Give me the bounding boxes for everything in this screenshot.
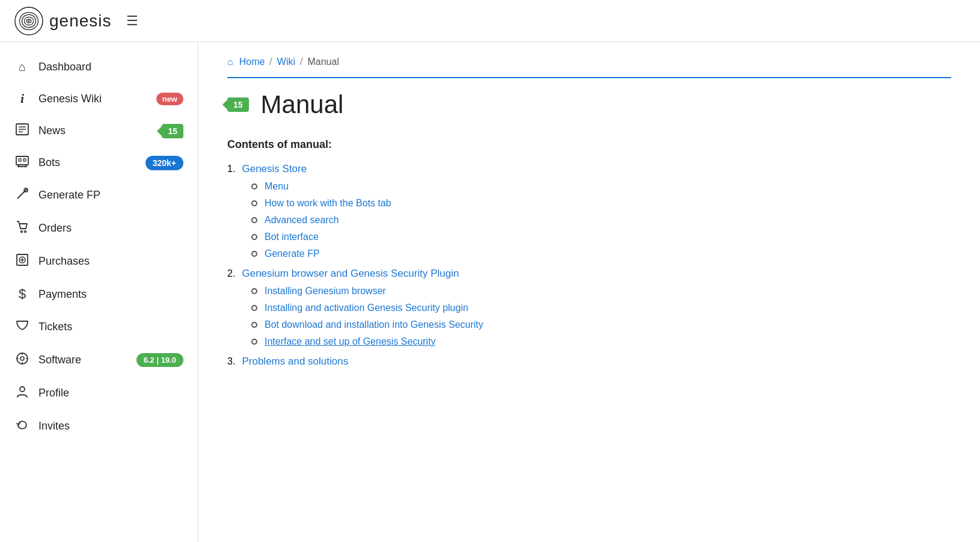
toc-item-2: 2. Genesium browser and Genesis Security… — [227, 268, 951, 347]
sidebar-item-label: Genesis Wiki — [38, 93, 148, 105]
sidebar-item-dashboard[interactable]: ⌂ Dashboard — [0, 52, 198, 82]
bullet-icon — [251, 288, 257, 294]
sidebar-item-invites[interactable]: Invites — [0, 410, 198, 443]
dashboard-icon: ⌂ — [14, 60, 30, 74]
sidebar-item-label: News — [38, 125, 153, 137]
toc-sub-item: Interface and set up of Genesis Security — [251, 336, 951, 347]
software-badge: 6.2 | 19.0 — [136, 353, 183, 367]
svg-point-1 — [28, 20, 30, 22]
payments-icon: $ — [14, 286, 30, 302]
sidebar-item-label: Invites — [38, 420, 183, 433]
tickets-icon — [14, 319, 30, 335]
bullet-icon — [251, 234, 257, 240]
title-row: 15 Manual — [227, 90, 951, 119]
sidebar-item-payments[interactable]: $ Payments — [0, 278, 198, 310]
sidebar-item-label: Orders — [38, 222, 183, 235]
orders-icon — [14, 220, 30, 236]
contents-heading: Contents of manual: — [227, 138, 951, 151]
sidebar-item-label: Purchases — [38, 255, 183, 268]
fingerprint-logo-icon — [14, 7, 43, 35]
toc-sub-item: Bot download and installation into Genes… — [251, 319, 951, 330]
toc-sub-link-installing-genesium[interactable]: Installing Genesium browser — [265, 286, 386, 297]
info-icon: i — [14, 91, 30, 106]
toc-link-genesium[interactable]: Genesium browser and Genesis Security Pl… — [242, 268, 459, 279]
breadcrumb-current: Manual — [307, 57, 338, 67]
toc-item-3: 3. Problems and solutions — [227, 356, 951, 368]
main-content: ⌂ Home / Wiki / Manual 15 Manual Content… — [198, 42, 980, 542]
toc-sub-link-generate-fp[interactable]: Generate FP — [265, 248, 320, 259]
sidebar-item-profile[interactable]: Profile — [0, 377, 198, 410]
home-icon: ⌂ — [227, 57, 233, 67]
svg-point-26 — [20, 387, 25, 392]
toc-sub-item: Menu — [251, 181, 951, 192]
news-icon — [14, 123, 30, 138]
new-badge: new — [156, 93, 183, 105]
toc-sub-item: Bot interface — [251, 232, 951, 242]
svg-rect-11 — [23, 159, 26, 161]
sidebar-item-label: Software — [38, 354, 128, 366]
bullet-icon — [251, 339, 257, 345]
breadcrumb: ⌂ Home / Wiki / Manual — [227, 57, 951, 78]
news-badge: 15 — [162, 124, 183, 138]
profile-icon — [14, 385, 30, 401]
toc-sub-list-2: Installing Genesium browser Installing a… — [251, 286, 951, 347]
bots-badge: 320k+ — [145, 156, 183, 170]
sidebar-item-generate-fp[interactable]: Generate FP — [0, 179, 198, 212]
sidebar-item-bots[interactable]: Bots 320k+ — [0, 147, 198, 179]
svg-rect-10 — [19, 159, 21, 161]
sidebar-item-genesis-wiki[interactable]: i Genesis Wiki new — [0, 82, 198, 115]
logo-text: genesis — [49, 11, 112, 31]
toc-sub-list-1: Menu How to work with the Bots tab Advan… — [251, 181, 951, 259]
sidebar: ⌂ Dashboard i Genesis Wiki new News 15 — [0, 42, 198, 542]
toc-list: 1. Genesis Store Menu How to work with t… — [227, 163, 951, 368]
sidebar-item-label: Profile — [38, 387, 183, 399]
sidebar-item-label: Dashboard — [38, 61, 183, 73]
toc-sub-link-interface-setup[interactable]: Interface and set up of Genesis Security — [265, 336, 436, 347]
toc-sub-item: Installing Genesium browser — [251, 286, 951, 297]
bullet-icon — [251, 305, 257, 311]
toc-sub-link-bots-tab[interactable]: How to work with the Bots tab — [265, 198, 391, 209]
logo-area: genesis — [14, 7, 112, 35]
toc-sub-link-menu[interactable]: Menu — [265, 181, 289, 192]
bots-icon — [14, 155, 30, 170]
toc-sub-link-advanced-search[interactable]: Advanced search — [265, 215, 339, 226]
header: genesis ☰ — [0, 0, 980, 42]
toc-sub-link-installing-plugin[interactable]: Installing and activation Genesis Securi… — [265, 303, 468, 313]
toc-sub-item: Installing and activation Genesis Securi… — [251, 303, 951, 313]
bullet-icon — [251, 322, 257, 328]
invites-icon — [14, 418, 30, 434]
sidebar-item-software[interactable]: Software 6.2 | 19.0 — [0, 343, 198, 377]
breadcrumb-wiki[interactable]: Wiki — [277, 57, 295, 67]
toc-link-problems[interactable]: Problems and solutions — [242, 356, 348, 367]
sidebar-item-purchases[interactable]: Purchases — [0, 245, 198, 278]
toc-sub-item: Advanced search — [251, 215, 951, 226]
toc-item-1: 1. Genesis Store Menu How to work with t… — [227, 163, 951, 259]
svg-point-15 — [25, 231, 26, 233]
toc-sub-link-bot-download[interactable]: Bot download and installation into Genes… — [265, 319, 483, 330]
svg-line-12 — [17, 189, 27, 199]
sidebar-item-label: Bots — [38, 156, 137, 169]
sidebar-item-tickets[interactable]: Tickets — [0, 310, 198, 343]
sidebar-item-news[interactable]: News 15 — [0, 115, 198, 147]
software-icon — [14, 352, 30, 368]
bullet-icon — [251, 183, 257, 189]
toc-sub-item: How to work with the Bots tab — [251, 198, 951, 209]
hamburger-menu-icon[interactable]: ☰ — [126, 13, 138, 29]
sidebar-item-label: Tickets — [38, 321, 183, 333]
sidebar-item-orders[interactable]: Orders — [0, 212, 198, 245]
page-title: Manual — [261, 90, 344, 119]
toc-sub-item: Generate FP — [251, 248, 951, 259]
sidebar-item-label: Generate FP — [38, 189, 183, 202]
bullet-icon — [251, 251, 257, 257]
page-number-badge: 15 — [227, 97, 249, 112]
breadcrumb-home[interactable]: Home — [239, 57, 265, 67]
purchases-icon — [14, 253, 30, 269]
svg-rect-6 — [16, 156, 28, 165]
toc-sub-link-bot-interface[interactable]: Bot interface — [265, 232, 319, 242]
svg-point-14 — [21, 231, 23, 233]
layout: ⌂ Dashboard i Genesis Wiki new News 15 — [0, 42, 980, 542]
toc-link-genesis-store[interactable]: Genesis Store — [242, 163, 307, 174]
generate-fp-icon — [14, 187, 30, 203]
bullet-icon — [251, 200, 257, 206]
sidebar-item-label: Payments — [38, 288, 183, 301]
